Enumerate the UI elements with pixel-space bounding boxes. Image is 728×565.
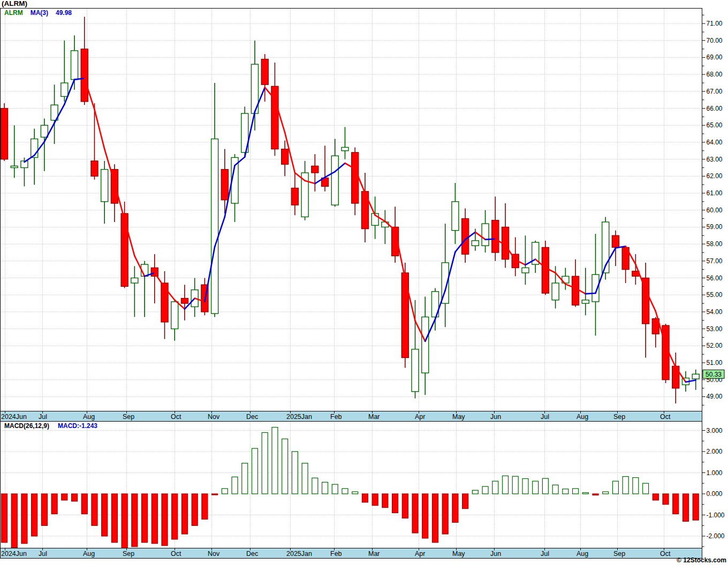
macd-bar	[41, 494, 47, 525]
macd-bar	[533, 481, 539, 494]
candle-body	[401, 273, 408, 358]
macd-bar	[162, 494, 168, 546]
macd-bar	[503, 476, 509, 494]
copyright-text: © 12Stocks.com	[677, 556, 726, 564]
price-axis-label: 53.00	[707, 325, 723, 333]
month-label: Jun	[490, 550, 501, 558]
month-label: 2024Jun	[1, 550, 27, 558]
candle-body	[352, 152, 359, 203]
macd-bar	[612, 481, 618, 494]
macd-bar	[51, 494, 57, 514]
macd-bar	[322, 482, 328, 494]
month-label: Mar	[368, 550, 380, 558]
month-label: Dec	[246, 550, 258, 558]
price-axis-label: 56.00	[707, 274, 723, 282]
month-label: Oct	[660, 413, 671, 421]
macd-bar	[563, 489, 568, 494]
month-label: Jul	[39, 413, 47, 421]
candle-body	[542, 247, 549, 293]
macd-bar	[663, 494, 669, 505]
macd-bar	[482, 486, 488, 494]
macd-bar	[192, 494, 198, 525]
macd-bar	[633, 478, 639, 494]
month-label: Oct	[171, 413, 181, 421]
macd-bar	[643, 483, 649, 494]
candle-body	[452, 202, 459, 231]
macd-bar	[312, 478, 318, 494]
price-axis-label: 59.00	[707, 223, 723, 231]
month-label: Jul	[541, 413, 549, 421]
candle-body	[612, 235, 619, 247]
month-label: Sep	[613, 413, 625, 421]
macd-bar	[673, 494, 679, 514]
macd-bar	[422, 494, 428, 538]
macd-bar	[32, 494, 37, 536]
month-label: 2024Jun	[1, 413, 27, 421]
month-label: Aug	[577, 413, 588, 421]
month-label: May	[452, 413, 465, 421]
month-label: 2025Jan	[286, 413, 312, 421]
macd-bar	[232, 477, 238, 494]
candle-body	[582, 300, 589, 303]
candle-body	[462, 219, 469, 255]
ma-line-segment	[486, 239, 496, 240]
candle-body	[211, 139, 218, 314]
month-label: Nov	[208, 413, 220, 421]
candle-body	[572, 276, 579, 305]
macd-bar	[282, 439, 288, 494]
macd-bar	[623, 477, 628, 494]
macd-bar	[372, 494, 378, 506]
month-label: Aug	[83, 550, 95, 558]
month-label: Feb	[330, 413, 342, 421]
candle-body	[151, 268, 158, 276]
candle-body	[331, 156, 338, 205]
macd-bar	[522, 479, 528, 494]
macd-bar	[582, 493, 588, 494]
month-label: Oct	[171, 550, 181, 558]
month-label: Dec	[246, 413, 258, 421]
macd-bar	[102, 494, 108, 536]
stock-chart-svg: 71.0070.0069.0068.0067.0066.0065.0064.00…	[0, 0, 728, 565]
price-axis-label: 70.00	[707, 37, 723, 44]
candle-body	[1, 109, 8, 159]
candle-body	[412, 349, 419, 392]
month-label: Jul	[39, 550, 47, 558]
candle-body	[121, 213, 128, 286]
macd-bar	[492, 481, 498, 494]
candle-body	[91, 161, 98, 177]
macd-bar	[122, 494, 127, 549]
macd-bar	[472, 490, 478, 494]
macd-bar	[332, 484, 338, 494]
month-label: Sep	[613, 550, 625, 558]
macd-bar	[222, 488, 228, 494]
macd-bar	[462, 494, 468, 509]
macd-bar	[21, 494, 27, 544]
macd-bar	[92, 494, 97, 525]
price-axis-label: 66.00	[707, 105, 723, 112]
macd-bar	[402, 494, 408, 518]
price-axis-label: 64.00	[707, 139, 723, 146]
macd-axis-label: -2.000	[707, 532, 725, 540]
macd-bar	[11, 494, 17, 548]
page-title: (ALRM)	[2, 0, 27, 7]
macd-bar	[212, 494, 218, 495]
macd-bar	[132, 494, 138, 547]
candle-body	[672, 366, 679, 388]
macd-bar	[172, 494, 178, 539]
month-label: Aug	[577, 550, 588, 558]
candle-body	[41, 125, 48, 137]
month-label: Feb	[330, 550, 342, 558]
candle-body	[101, 170, 108, 202]
macd-legend: MACD(26,12,9)MACD:-1.243	[4, 422, 97, 430]
month-label: Apr	[415, 550, 425, 558]
month-band-bottom	[1, 548, 702, 559]
month-label: Apr	[415, 413, 425, 421]
candle-body	[492, 220, 499, 253]
macd-bar	[111, 494, 117, 543]
candle-body	[161, 283, 168, 322]
month-label: Sep	[123, 413, 134, 421]
last-price-tag-label: 50.33	[706, 371, 722, 378]
macd-bar	[412, 494, 418, 533]
candle-body	[11, 166, 18, 167]
candle-body	[282, 149, 289, 165]
